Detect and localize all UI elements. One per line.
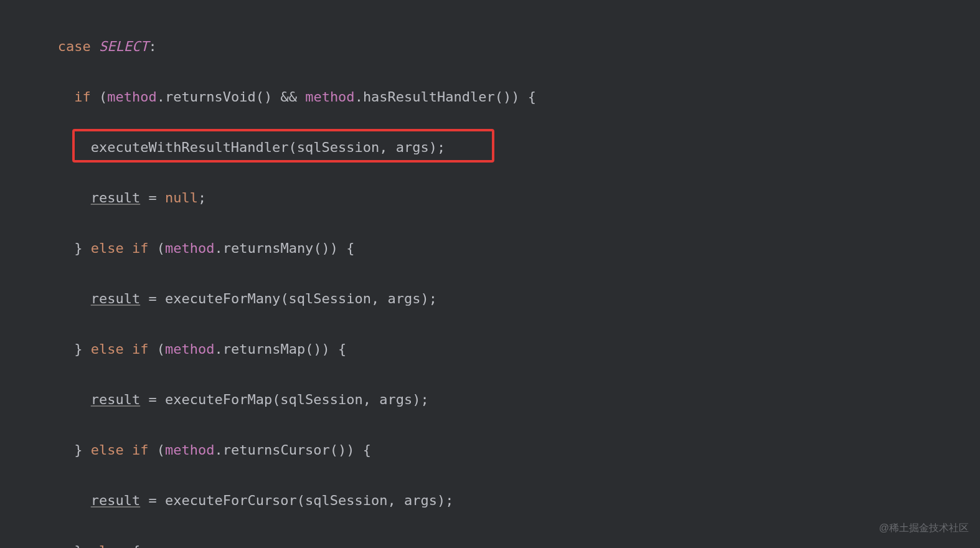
code-line: result = null; (0, 186, 980, 211)
token: = (140, 190, 165, 206)
token: ( (99, 89, 107, 105)
token: . (214, 442, 222, 458)
token: { (338, 240, 355, 256)
identifier: method (107, 89, 156, 105)
variable-result: result (91, 291, 140, 306)
token: } (74, 240, 91, 256)
token: = (140, 493, 165, 508)
code-line: if (method.returnsVoid() && method.hasRe… (0, 85, 980, 110)
token: ()) (305, 341, 330, 357)
variable-result: result (91, 493, 140, 508)
token: : (148, 39, 156, 54)
code-line: result = executeForMap(sqlSession, args)… (0, 387, 980, 413)
method-name: returnsMany (223, 240, 314, 256)
token: } (74, 442, 91, 458)
keyword-elseif: else if (91, 240, 149, 256)
token: = (140, 392, 165, 407)
method-name: returnsMap (223, 341, 305, 357)
token: . (157, 89, 165, 105)
token: ( (148, 442, 165, 458)
token: ()) (313, 240, 338, 256)
keyword-case: case (58, 39, 91, 54)
token: { (124, 543, 141, 549)
identifier: method (165, 442, 214, 458)
token: = (140, 291, 165, 306)
code-line: } else if (method.returnsMap()) { (0, 337, 980, 362)
keyword-elseif: else if (91, 442, 149, 458)
variable-result: result (91, 190, 140, 206)
method-name: executeForCursor (165, 493, 297, 508)
code-line: } else if (method.returnsCursor()) { (0, 438, 980, 463)
token: . (214, 341, 222, 357)
watermark: @稀土掘金技术社区 (879, 516, 969, 541)
identifier: method (165, 240, 214, 256)
identifier: method (305, 89, 354, 105)
keyword-elseif: else if (91, 341, 149, 357)
code-line: } else if (method.returnsMany()) { (0, 236, 980, 262)
token: (sqlSession, args); (280, 291, 437, 306)
keyword-null: null (165, 190, 198, 206)
identifier: method (165, 341, 214, 357)
token: (sqlSession, args); (297, 493, 454, 508)
token: { (330, 341, 347, 357)
token: && (272, 89, 305, 105)
enum-select: SELECT (99, 39, 148, 54)
code-line-highlighted: result = executeForMany(sqlSession, args… (0, 286, 980, 312)
method-name: executeForMany (165, 291, 280, 306)
token: ( (148, 240, 165, 256)
method-name: returnsVoid (165, 89, 256, 105)
method-name: executeWithResultHandler (91, 139, 289, 155)
token: { (520, 89, 537, 105)
token: ()) (330, 442, 355, 458)
keyword-else: else (91, 543, 124, 549)
token: (sqlSession, args); (289, 139, 446, 155)
token: . (355, 89, 363, 105)
code-editor[interactable]: case SELECT: if (method.returnsVoid() &&… (0, 0, 980, 548)
method-name: executeForMap (165, 392, 272, 407)
token: { (355, 442, 372, 458)
method-name: returnsCursor (223, 442, 330, 458)
token: (sqlSession, args); (272, 392, 429, 407)
token: } (74, 543, 91, 549)
code-line: result = executeForCursor(sqlSession, ar… (0, 488, 980, 514)
keyword-if: if (74, 89, 91, 105)
token: } (74, 341, 91, 357)
code-line: executeWithResultHandler(sqlSession, arg… (0, 135, 980, 161)
code-line: } else { (0, 539, 980, 549)
token: ; (198, 190, 206, 206)
token: ()) (495, 89, 520, 105)
token: ( (148, 341, 165, 357)
token: () (256, 89, 273, 105)
variable-result: result (91, 392, 140, 407)
method-name: hasResultHandler (363, 89, 495, 105)
token: . (214, 240, 222, 256)
code-line: case SELECT: (0, 34, 980, 60)
